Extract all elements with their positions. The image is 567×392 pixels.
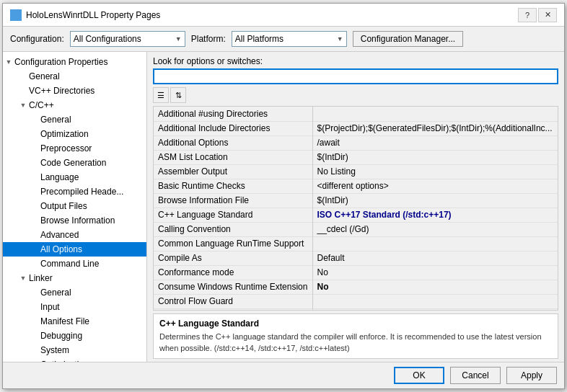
tree-item-language[interactable]: Language — [3, 170, 146, 184]
config-dropdown-arrow: ▼ — [175, 35, 182, 43]
tree-item-manifest-file[interactable]: Manifest File — [3, 314, 146, 329]
tree-item-command-line[interactable]: Command Line — [3, 257, 146, 271]
table-row[interactable]: Common Language RunTime Support — [154, 236, 558, 251]
prop-name: Browse Information File — [154, 193, 312, 208]
expand-icon-config: ▼ — [3, 56, 14, 68]
platform-dropdown-arrow: ▼ — [337, 35, 343, 43]
prop-name: C++ Language Standard — [154, 208, 312, 222]
properties-table: Additional #using DirectoriesAdditional … — [154, 107, 558, 311]
prop-name: Control Flow Guard — [154, 294, 312, 308]
search-row: Look for options or switches: — [147, 52, 564, 87]
prop-name: Create Hotpatchable Image — [154, 308, 312, 311]
title-bar-left: HoloLensWinrtDLL Property Pages — [10, 9, 160, 21]
tree-item-system[interactable]: System — [3, 343, 146, 357]
property-pages-dialog: HoloLensWinrtDLL Property Pages ? ✕ Conf… — [2, 3, 565, 389]
prop-name: ASM List Location — [154, 150, 312, 164]
cancel-button[interactable]: Cancel — [450, 367, 501, 384]
prop-name: Conformance mode — [154, 265, 312, 280]
table-row[interactable]: Browse Information File$(IntDir) — [154, 193, 558, 208]
apply-button[interactable]: Apply — [506, 367, 557, 384]
tree-item-input[interactable]: Input — [3, 300, 146, 314]
properties-table-container[interactable]: Additional #using DirectoriesAdditional … — [153, 106, 558, 311]
prop-value: No — [312, 280, 558, 294]
prop-name: Additional Options — [154, 135, 312, 150]
tree-item-config-properties[interactable]: ▼ Configuration Properties — [3, 55, 146, 69]
prop-name: Common Language RunTime Support — [154, 236, 312, 251]
content-panel: Look for options or switches: ☰ ⇅ Additi… — [147, 52, 564, 362]
search-label: Look for options or switches: — [153, 56, 558, 66]
toolbar-row: ☰ ⇅ — [147, 87, 564, 106]
search-input[interactable] — [153, 68, 558, 84]
tree-item-preprocessor[interactable]: Preprocessor — [3, 141, 146, 156]
prop-value: $(IntDir) — [312, 193, 558, 208]
table-row[interactable]: Calling Convention__cdecl (/Gd) — [154, 222, 558, 236]
tree-item-general-top[interactable]: ▶ General — [3, 69, 146, 84]
dialog-icon — [10, 9, 22, 21]
tree-item-general-cpp[interactable]: General — [3, 112, 146, 127]
prop-value: /await — [312, 135, 558, 150]
platform-label: Platform: — [191, 34, 226, 44]
table-row[interactable]: Consume Windows Runtime ExtensionNo — [154, 280, 558, 294]
prop-value — [312, 107, 558, 121]
table-row[interactable]: Additional Options/await — [154, 135, 558, 150]
configuration-value: All Configurations — [74, 34, 141, 44]
table-row[interactable]: Basic Runtime Checks<different options> — [154, 179, 558, 193]
table-row[interactable]: Additional #using Directories — [154, 107, 558, 121]
description-text: Determines the C++ language standard the… — [159, 331, 552, 354]
table-row[interactable]: C++ Language StandardISO C++17 Standard … — [154, 208, 558, 222]
prop-name: Additional Include Directories — [154, 121, 312, 135]
title-bar-controls: ? ✕ — [518, 8, 557, 22]
tree-item-linker[interactable]: ▼ Linker — [3, 271, 146, 285]
description-title: C++ Language Standard — [159, 318, 552, 329]
table-row[interactable]: Create Hotpatchable Image — [154, 308, 558, 311]
prop-value — [312, 308, 558, 311]
prop-value: <different options> — [312, 179, 558, 193]
expand-icon-cpp: ▼ — [17, 99, 29, 111]
expand-icon-linker: ▼ — [17, 272, 29, 284]
title-bar: HoloLensWinrtDLL Property Pages ? ✕ — [3, 4, 564, 27]
config-row: Configuration: All Configurations ▼ Plat… — [3, 27, 564, 52]
prop-name: Calling Convention — [154, 222, 312, 236]
table-row[interactable]: ASM List Location$(IntDir) — [154, 150, 558, 164]
table-row[interactable]: Assembler OutputNo Listing — [154, 164, 558, 179]
tree-item-linker-general[interactable]: General — [3, 285, 146, 300]
table-row[interactable]: Additional Include Directories$(ProjectD… — [154, 121, 558, 135]
description-panel: C++ Language Standard Determines the C++… — [153, 313, 558, 359]
prop-value: No — [312, 265, 558, 280]
configuration-dropdown[interactable]: All Configurations ▼ — [70, 31, 185, 47]
main-area: ▼ Configuration Properties ▶ General ▶ V… — [3, 52, 564, 362]
tree-item-code-generation[interactable]: Code Generation — [3, 156, 146, 170]
tree-item-cpp[interactable]: ▼ C/C++ — [3, 98, 146, 112]
help-button[interactable]: ? — [518, 8, 537, 22]
tree-item-all-options[interactable]: All Options — [3, 242, 146, 257]
tree-item-precompiled[interactable]: Precompiled Heade... — [3, 184, 146, 199]
tree-item-output-files[interactable]: Output Files — [3, 199, 146, 213]
sort-button[interactable]: ☰ — [153, 87, 169, 103]
table-row[interactable]: Conformance modeNo — [154, 265, 558, 280]
platform-dropdown[interactable]: All Platforms ▼ — [232, 31, 347, 47]
platform-value: All Platforms — [235, 34, 284, 44]
expand-button[interactable]: ⇅ — [170, 87, 186, 103]
table-row[interactable]: Control Flow Guard — [154, 294, 558, 308]
config-label: Configuration: — [10, 34, 64, 44]
prop-name: Compile As — [154, 251, 312, 265]
prop-value: $(IntDir) — [312, 150, 558, 164]
tree-item-optimization[interactable]: Optimization — [3, 127, 146, 141]
prop-name: Additional #using Directories — [154, 107, 312, 121]
ok-button[interactable]: OK — [394, 367, 444, 384]
table-row[interactable]: Compile AsDefault — [154, 251, 558, 265]
close-button[interactable]: ✕ — [538, 8, 557, 22]
expand-icon: ⇅ — [175, 91, 182, 100]
bottom-bar: OK Cancel Apply — [3, 362, 564, 388]
tree-item-vc-directories[interactable]: ▶ VC++ Directories — [3, 84, 146, 98]
prop-value: No Listing — [312, 164, 558, 179]
tree-item-advanced[interactable]: Advanced — [3, 228, 146, 242]
dialog-title: HoloLensWinrtDLL Property Pages — [26, 10, 160, 20]
prop-value: __cdecl (/Gd) — [312, 222, 558, 236]
prop-value: ISO C++17 Standard (/std:c++17) — [312, 208, 558, 222]
configuration-manager-button[interactable]: Configuration Manager... — [353, 31, 463, 47]
prop-value — [312, 236, 558, 251]
prop-name: Consume Windows Runtime Extension — [154, 280, 312, 294]
tree-item-browse-info[interactable]: Browse Information — [3, 213, 146, 228]
tree-item-debugging[interactable]: Debugging — [3, 329, 146, 343]
